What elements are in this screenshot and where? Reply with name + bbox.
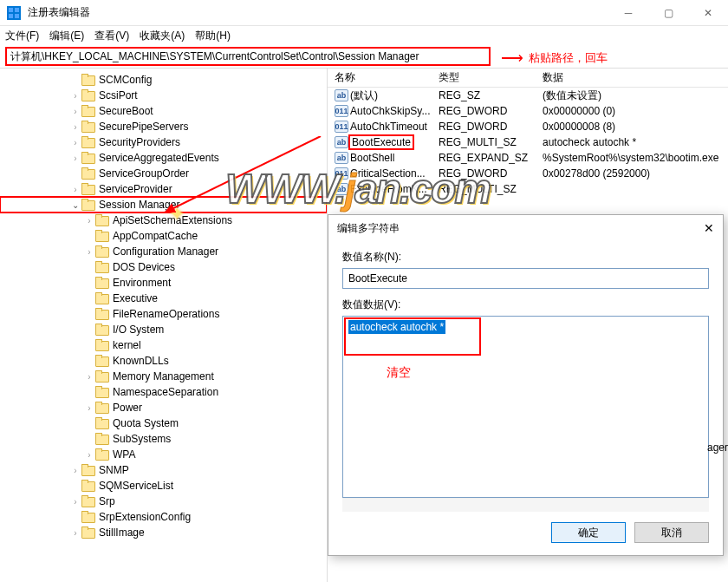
- tree-item[interactable]: Quota System: [0, 415, 327, 431]
- chevron-icon[interactable]: ›: [69, 154, 81, 163]
- textarea-hscroll[interactable]: [342, 498, 709, 512]
- chevron-icon[interactable]: ⌄: [69, 200, 81, 210]
- folder-icon: [81, 511, 95, 523]
- svg-rect-1: [15, 8, 19, 12]
- folder-icon: [81, 152, 95, 164]
- tree-item[interactable]: ›SecurityProviders: [0, 134, 327, 150]
- col-name[interactable]: 名称: [328, 70, 432, 85]
- menu-view[interactable]: 查看(V): [94, 29, 129, 43]
- tree-item-label: FileRenameOperations: [113, 308, 219, 320]
- dialog-close-icon[interactable]: ✕: [704, 221, 714, 235]
- folder-icon: [95, 448, 109, 461]
- tree-item[interactable]: ›Srp: [0, 494, 327, 509]
- tree-item[interactable]: ›Memory Management: [0, 369, 327, 384]
- value-type: REG_DWORD: [432, 105, 536, 117]
- tree-item-label: AppCompatCache: [113, 230, 198, 242]
- menu-edit[interactable]: 编辑(E): [49, 29, 84, 43]
- tree-item[interactable]: Executive: [0, 291, 327, 306]
- cancel-button[interactable]: 取消: [634, 522, 709, 543]
- tree-item-label: ServiceProvider: [99, 183, 172, 195]
- chevron-icon[interactable]: ›: [69, 528, 81, 538]
- tree-item[interactable]: kernel: [0, 337, 327, 353]
- chevron-icon[interactable]: ›: [69, 107, 81, 116]
- chevron-icon[interactable]: ›: [69, 497, 81, 507]
- chevron-icon[interactable]: ›: [83, 403, 95, 413]
- folder-icon: [81, 464, 95, 476]
- tree-item-label: Environment: [113, 277, 171, 289]
- tree-item[interactable]: ⌄Session Manager: [0, 197, 327, 213]
- tree-item[interactable]: SubSystems: [0, 431, 327, 447]
- tree-item[interactable]: ›StillImage: [0, 525, 327, 540]
- tree-item[interactable]: ›WPA: [0, 447, 327, 462]
- value-row[interactable]: abExcludeFromK...REG_MULTI_SZ: [328, 181, 728, 197]
- chevron-icon[interactable]: ›: [69, 138, 81, 147]
- menu-file[interactable]: 文件(F): [5, 29, 39, 43]
- tree-item-label: Srp: [99, 495, 115, 507]
- tree-item[interactable]: ›SecurePipeServers: [0, 119, 327, 134]
- folder-icon: [95, 324, 109, 336]
- value-name: BootExecute: [348, 134, 414, 150]
- tree-item[interactable]: I/O System: [0, 322, 327, 337]
- value-row[interactable]: 011CriticalSection...REG_DWORD0x00278d00…: [328, 166, 728, 181]
- tree-item-label: SNMP: [99, 464, 129, 476]
- tree-item-label: Configuration Manager: [113, 245, 218, 258]
- col-data[interactable]: 数据: [536, 70, 728, 85]
- tree-item-label: NamespaceSeparation: [113, 386, 218, 398]
- tree-item[interactable]: ServiceGroupOrder: [0, 166, 327, 181]
- col-type[interactable]: 类型: [432, 70, 536, 85]
- menu-favorites[interactable]: 收藏夹(A): [140, 29, 185, 43]
- tree-item[interactable]: ›SNMP: [0, 462, 327, 478]
- tree-item-label: ScsiPort: [99, 89, 138, 101]
- tree-item[interactable]: ›ServiceProvider: [0, 181, 327, 197]
- tree-item[interactable]: NamespaceSeparation: [0, 384, 327, 400]
- chevron-icon[interactable]: ›: [83, 372, 95, 382]
- folder-icon: [95, 214, 109, 226]
- tree-item[interactable]: ›ScsiPort: [0, 88, 327, 103]
- tree-item[interactable]: Environment: [0, 275, 327, 291]
- dialog-body: 数值名称(N): 数值数据(V): autocheck autochk * 清空…: [328, 241, 723, 555]
- binary-value-icon: 011: [335, 105, 348, 117]
- menu-help[interactable]: 帮助(H): [195, 29, 231, 43]
- chevron-icon[interactable]: ›: [69, 91, 81, 101]
- tree-item[interactable]: KnownDLLs: [0, 353, 327, 369]
- name-input[interactable]: [342, 268, 709, 289]
- folder-icon: [95, 230, 109, 242]
- chevron-icon[interactable]: ›: [69, 185, 81, 194]
- tree-item[interactable]: SCMConfig: [0, 72, 327, 88]
- chevron-icon[interactable]: ›: [83, 450, 95, 460]
- tree-item-label: Executive: [113, 292, 158, 304]
- address-bar[interactable]: 计算机\HKEY_LOCAL_MACHINE\SYSTEM\CurrentCon…: [5, 47, 491, 66]
- tree-item[interactable]: AppCompatCache: [0, 228, 327, 244]
- regedit-icon: [7, 6, 21, 20]
- chevron-icon[interactable]: ›: [69, 466, 81, 475]
- tree-item[interactable]: ›Configuration Manager: [0, 244, 327, 259]
- tree-item[interactable]: ›SecureBoot: [0, 103, 327, 119]
- tree-item-label: SCMConfig: [99, 74, 152, 86]
- tree-item[interactable]: DOS Devices: [0, 259, 327, 275]
- data-textarea[interactable]: [343, 317, 708, 497]
- tree-item[interactable]: SQMServiceList: [0, 478, 327, 494]
- list-header: 名称 类型 数据: [328, 69, 728, 88]
- tree-item[interactable]: FileRenameOperations: [0, 306, 327, 322]
- chevron-icon[interactable]: ›: [69, 122, 81, 132]
- close-button[interactable]: ✕: [688, 0, 728, 26]
- value-row[interactable]: 011AutoChkTimeoutREG_DWORD0x00000008 (8): [328, 119, 728, 134]
- svg-rect-3: [15, 14, 19, 18]
- ok-button[interactable]: 确定: [551, 522, 626, 543]
- chevron-icon[interactable]: ›: [83, 247, 95, 257]
- value-row[interactable]: 011AutoChkSkipSy...REG_DWORD0x00000000 (…: [328, 103, 728, 119]
- value-row[interactable]: abBootExecuteREG_MULTI_SZautocheck autoc…: [328, 134, 728, 150]
- maximize-button[interactable]: ▢: [648, 0, 688, 26]
- tree-item[interactable]: SrpExtensionConfig: [0, 509, 327, 525]
- overflow-text: ager: [707, 441, 728, 454]
- value-row[interactable]: abBootShellREG_EXPAND_SZ%SystemRoot%\sys…: [328, 150, 728, 166]
- value-row[interactable]: ab(默认)REG_SZ(数值未设置): [328, 88, 728, 103]
- chevron-icon[interactable]: ›: [83, 216, 95, 226]
- tree-item[interactable]: ›Power: [0, 400, 327, 415]
- minimize-button[interactable]: ─: [608, 0, 648, 26]
- value-name: AutoChkSkipSy...: [350, 105, 430, 117]
- folder-icon: [81, 526, 95, 539]
- tree-item[interactable]: ›ServiceAggregatedEvents: [0, 150, 327, 166]
- tree-pane[interactable]: SCMConfig›ScsiPort›SecureBoot›SecurePipe…: [0, 69, 328, 582]
- tree-item[interactable]: ›ApiSetSchemaExtensions: [0, 213, 327, 228]
